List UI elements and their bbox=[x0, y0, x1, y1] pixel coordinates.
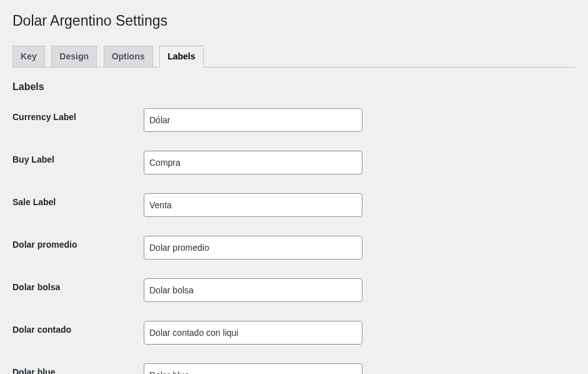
section-title: Labels bbox=[12, 81, 576, 93]
dolar-bolsa-th: Dolar bolsa bbox=[12, 269, 137, 311]
tab-labels[interactable]: Labels bbox=[159, 46, 203, 68]
page-title: Dolar Argentino Settings bbox=[12, 6, 576, 39]
dolar-promedio-th: Dolar promedio bbox=[12, 226, 137, 269]
tab-nav: Key Design Options Labels bbox=[12, 39, 576, 68]
dolar-bolsa-input[interactable] bbox=[144, 278, 362, 302]
dolar-blue-input[interactable] bbox=[144, 363, 362, 375]
currency-label-input[interactable] bbox=[144, 108, 362, 132]
sale-label-th: Sale Label bbox=[12, 184, 137, 226]
dolar-promedio-input[interactable] bbox=[144, 236, 362, 260]
dolar-blue-th: Dolar blue bbox=[12, 354, 137, 375]
tab-options[interactable]: Options bbox=[104, 46, 153, 67]
tab-key[interactable]: Key bbox=[12, 46, 45, 67]
tab-design[interactable]: Design bbox=[51, 46, 97, 67]
buy-label-th: Buy Label bbox=[12, 141, 137, 184]
dolar-contado-th: Dolar contado bbox=[12, 311, 137, 354]
dolar-contado-input[interactable] bbox=[144, 321, 362, 345]
labels-form-table: Currency Label Buy Label Sale Label Dola… bbox=[12, 99, 576, 375]
buy-label-input[interactable] bbox=[144, 151, 362, 174]
currency-label-th: Currency Label bbox=[12, 99, 137, 141]
sale-label-input[interactable] bbox=[144, 193, 362, 217]
settings-wrap: Dolar Argentino Settings Key Design Opti… bbox=[0, 0, 588, 374]
